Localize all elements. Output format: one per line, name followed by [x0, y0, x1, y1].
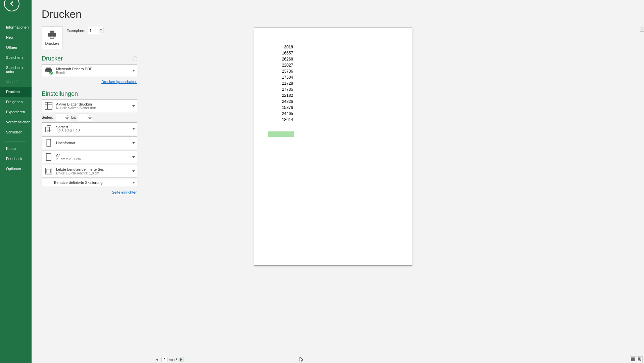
sidebar-item-new[interactable]: Neu	[0, 32, 32, 42]
preview-value: 24826	[281, 99, 293, 104]
caret-down-icon	[100, 32, 102, 33]
sidebar-item-publish[interactable]: Veröffentlichen	[0, 117, 32, 127]
sidebar-item-share[interactable]: Freigeben	[0, 97, 32, 107]
pages-from-up[interactable]	[65, 114, 69, 118]
sidebar-item-close[interactable]: Schließen	[0, 127, 32, 137]
sidebar-item-feedback[interactable]: Feedback	[0, 154, 32, 164]
caret-up-icon	[100, 28, 102, 30]
margins-line2: Links: 1,8 cm Rechts: 1,8 cm	[56, 171, 129, 175]
preview-header: 2019	[281, 45, 293, 49]
page-number-input[interactable]	[161, 357, 168, 362]
preview-value: 24465	[281, 111, 293, 116]
caret-up-icon	[66, 115, 68, 116]
zoom-page-icon	[638, 357, 642, 361]
paper-select[interactable]: A4 21 cm x 29,7 cm	[42, 151, 137, 163]
preview-value: 17504	[281, 75, 293, 80]
sidebar-item-account[interactable]: Konto	[0, 144, 32, 154]
margins-select[interactable]: Letzte benutzerdefinierte Sei… Links: 1,…	[42, 165, 137, 177]
svg-rect-17	[638, 358, 640, 360]
preview-value: 27735	[281, 87, 293, 92]
orientation-select[interactable]: Hochformat	[42, 136, 137, 149]
pages-label: Seiten:	[42, 115, 53, 119]
scaling-select[interactable]: Benutzerdefinierte Skalierung	[42, 179, 137, 186]
preview-value: 16657	[281, 51, 293, 55]
main-area: Drucken Drucken Exemplare: Drucker i	[32, 0, 644, 363]
sidebar-item-saveas[interactable]: Speichern unter	[0, 63, 32, 77]
svg-rect-9	[46, 154, 51, 161]
pages-from-input[interactable]	[55, 114, 65, 121]
margins-icon	[44, 166, 53, 176]
orientation-line1: Hochformat	[56, 141, 129, 145]
preview-scroll-up[interactable]	[640, 28, 644, 32]
caret-down-icon	[89, 118, 91, 120]
preview-value: 15376	[281, 105, 293, 110]
caret-down-icon	[66, 118, 68, 120]
pages-to-down[interactable]	[88, 118, 92, 121]
svg-rect-8	[47, 139, 51, 147]
svg-rect-11	[47, 169, 51, 173]
preview-value: 22182	[281, 93, 293, 98]
copies-input[interactable]	[88, 27, 99, 34]
copies-down-button[interactable]	[99, 31, 103, 34]
sidebar-item-export[interactable]: Exportieren	[0, 107, 32, 117]
svg-point-0	[49, 71, 53, 75]
back-button[interactable]	[4, 0, 19, 11]
paper-line2: 21 cm x 29,7 cm	[56, 157, 129, 161]
caret-up-icon	[641, 29, 643, 30]
preview-highlighted-cell	[268, 131, 294, 137]
page-setup-link[interactable]: Seite einrichten	[112, 190, 137, 194]
chevron-down-icon	[132, 170, 135, 172]
margins-toggle-icon	[631, 357, 635, 361]
print-preview: 2019 16657 26268 22027 23736 17504 21728…	[145, 0, 644, 354]
copies-spinner[interactable]	[88, 27, 103, 34]
preview-data-column: 2019 16657 26268 22027 23736 17504 21728…	[281, 45, 293, 123]
sidebar-item-print[interactable]: Drucken	[0, 87, 32, 97]
sidebar-item-information[interactable]: Informationen	[0, 22, 32, 32]
page-total-label: von 3	[169, 358, 177, 362]
prev-page-button[interactable]	[154, 357, 160, 362]
mouse-cursor-icon	[300, 357, 304, 363]
collate-icon	[44, 124, 53, 133]
print-what-line1: Aktive Blätter drucken	[56, 102, 129, 106]
pages-to-up[interactable]	[88, 114, 92, 118]
print-what-line2: Nur die aktiven Blätter druc…	[56, 106, 129, 110]
preview-value: 26268	[281, 57, 293, 62]
printer-info-icon[interactable]: i	[133, 56, 137, 61]
paper-line1: A4	[56, 153, 129, 157]
next-page-button[interactable]	[179, 357, 184, 362]
portrait-icon	[44, 138, 53, 148]
margins-line1: Letzte benutzerdefinierte Sei…	[56, 167, 129, 171]
preview-value: 21728	[281, 81, 293, 86]
pages-sep-label: bis	[71, 115, 76, 119]
svg-rect-7	[47, 126, 51, 130]
print-what-select[interactable]: Aktive Blätter drucken Nur die aktiven B…	[42, 99, 137, 112]
show-margins-button[interactable]	[630, 356, 636, 362]
chevron-down-icon	[132, 128, 135, 130]
pages-to-input[interactable]	[78, 114, 88, 121]
copies-up-button[interactable]	[99, 27, 103, 31]
copies-label: Exemplare:	[66, 29, 85, 33]
page-navigation: von 3	[154, 357, 184, 362]
pages-to-spinner[interactable]	[78, 114, 92, 121]
sidebar-item-open[interactable]: Öffnen	[0, 42, 32, 52]
svg-rect-1	[45, 103, 52, 110]
zoom-to-page-button[interactable]	[637, 356, 643, 362]
collate-select[interactable]: Sortiert 1;2;3 1;2;3 1;2;3	[42, 122, 137, 135]
collate-line2: 1;2;3 1;2;3 1;2;3	[56, 129, 129, 133]
printer-select[interactable]: Microsoft Print to PDF Bereit	[42, 64, 137, 77]
print-button[interactable]: Drucken	[42, 26, 62, 49]
sidebar-item-save[interactable]: Speichern	[0, 52, 32, 63]
svg-rect-10	[46, 168, 52, 174]
printer-heading: Drucker i	[42, 55, 137, 62]
pages-from-spinner[interactable]	[55, 114, 69, 121]
preview-value: 18614	[281, 117, 293, 122]
collate-line1: Sortiert	[56, 125, 129, 129]
svg-rect-6	[46, 127, 50, 132]
printer-name: Microsoft Print to PDF	[56, 67, 129, 71]
pages-from-down[interactable]	[65, 118, 69, 121]
caret-up-icon	[89, 115, 91, 116]
chevron-down-icon	[132, 182, 135, 184]
printer-status: Bereit	[56, 71, 129, 75]
printer-properties-link[interactable]: Druckereigenschaften	[101, 80, 137, 84]
sidebar-item-options[interactable]: Optionen	[0, 164, 32, 174]
